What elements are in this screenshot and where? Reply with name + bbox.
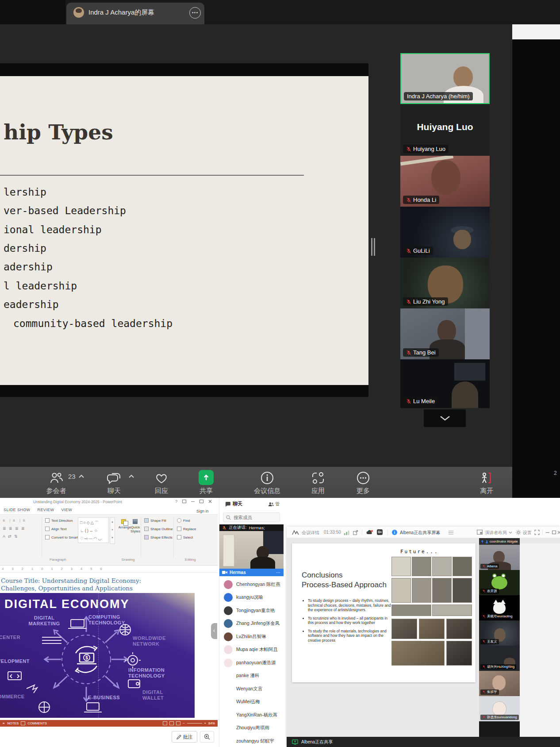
member-row[interactable]: Zhang Jinfeng张金凤 — [219, 618, 284, 629]
video-tile[interactable]: Honda Li — [400, 156, 490, 207]
layout-selector[interactable]: 演讲者布局 — [485, 530, 507, 536]
panel-collapse-handle[interactable]: ‹ — [211, 623, 217, 639]
annotate-button[interactable]: 批注 — [172, 731, 197, 743]
chevron-up-icon[interactable] — [79, 474, 84, 478]
convert-smartart-button[interactable]: Convert to SmartArt — [45, 535, 83, 539]
tab-manage-members[interactable]: 管 — [268, 501, 280, 507]
settings-button[interactable]: 设置 — [523, 530, 532, 536]
member-row[interactable]: YangXinRan-杨欣苒 — [219, 709, 284, 721]
toolbar-meeting-info[interactable]: 会议信息 — [247, 470, 288, 495]
maximize-button[interactable] — [552, 531, 556, 534]
pinned-speaker-bar[interactable]: Hermas ⋯ — [219, 569, 284, 576]
toolbar-chat[interactable]: 聊天 — [95, 470, 133, 495]
help-button[interactable]: ? — [175, 499, 177, 504]
zoom-level[interactable]: 84% — [208, 721, 215, 725]
member-row[interactable]: WuMei伍梅 — [219, 696, 284, 708]
participant-tile[interactable]: 吴晓玲wuxiaoling — [479, 595, 520, 620]
restore-button[interactable] — [199, 500, 203, 503]
member-row[interactable]: Chenhongyan 陈红燕 — [219, 579, 284, 590]
video-tile[interactable]: Lu Meile — [400, 359, 490, 408]
show-more-participants-button[interactable] — [424, 409, 466, 427]
close-button[interactable] — [208, 500, 212, 503]
minimize-button[interactable] — [546, 532, 549, 533]
ellipsis-menu-icon[interactable]: ••• — [189, 7, 201, 19]
notes-button[interactable]: NOTES — [7, 721, 19, 725]
shape-outline-button[interactable]: Shape Outline — [144, 527, 173, 531]
tab-slide-show[interactable]: SLIDE SHOW — [4, 508, 31, 512]
toolbar-reactions[interactable]: 回应 — [144, 470, 179, 495]
view-reading-icon[interactable] — [176, 721, 180, 725]
participant-tile-partial[interactable] — [479, 721, 520, 737]
search-box[interactable] — [223, 512, 280, 522]
zoom-in-button[interactable]: + — [204, 721, 206, 725]
meeting-details-menu[interactable]: 会议详情 — [302, 530, 319, 536]
participant-tile[interactable]: 王友义 — [479, 620, 520, 646]
view-sorter-icon[interactable] — [169, 721, 174, 725]
ribbon-display-button[interactable] — [182, 500, 186, 503]
member-row[interactable]: panhaoyuan潘浩源 — [219, 657, 284, 669]
toolbar-participants[interactable]: 23 参会者 — [27, 470, 85, 495]
chevron-up-icon[interactable] — [129, 474, 134, 478]
external-link-icon[interactable] — [353, 530, 358, 535]
video-tile[interactable]: Tang Bei — [400, 308, 490, 359]
member-row[interactable]: zouhangyu 邹航宇 — [219, 735, 284, 747]
member-row[interactable]: Tongjingyan童京艳 — [219, 605, 284, 616]
participant-tile-cropped[interactable]: coordinator Abigale — [479, 538, 520, 545]
minimize-button[interactable] — [191, 501, 195, 502]
align-text-button[interactable]: Align Text — [45, 527, 67, 531]
list-icon[interactable] — [449, 531, 453, 535]
member-row[interactable]: LvZhilin吕智琳 — [219, 631, 284, 643]
comments-button[interactable]: COMMENTS — [27, 721, 47, 725]
video-tile[interactable]: Huiyang Luo Huiyang Luo — [400, 105, 490, 156]
replace-button[interactable]: Replace — [177, 527, 196, 531]
member-row[interactable]: kuangyu况喻 — [219, 592, 284, 603]
tab-view[interactable]: VIEW — [61, 508, 72, 512]
member-row[interactable]: Zhouqiyu周琪雨 — [219, 722, 284, 734]
scrollbar[interactable] — [371, 238, 372, 256]
more-icon[interactable]: ⋯ — [276, 570, 281, 575]
shape-fill-button[interactable]: Shape Fill — [144, 518, 166, 523]
video-tile[interactable]: GuLiLi — [400, 207, 490, 258]
tab-chat[interactable]: 聊天 — [225, 501, 242, 507]
toolbar-leave[interactable]: 离开 — [469, 470, 504, 495]
search-input[interactable] — [233, 514, 274, 520]
cloud-recording-icon[interactable] — [366, 530, 373, 535]
zoom-out-button[interactable]: − — [183, 721, 184, 725]
fullscreen-icon[interactable] — [534, 530, 540, 535]
member-row[interactable]: 潘科panke 潘科 — [219, 670, 284, 682]
quick-styles-button[interactable]: Quick Styles — [126, 519, 145, 533]
indent-buttons[interactable]: A ⇄ ⇅ — [3, 534, 19, 539]
zoom-slider[interactable] — [187, 723, 202, 724]
shape-gallery[interactable]: □○◇△⌒∟()↔☆♡⇨—◠◡ — [78, 517, 109, 543]
magnifier-zoom-button[interactable] — [200, 731, 214, 743]
toolbar-more[interactable]: 更多 — [346, 470, 380, 495]
member-row[interactable]: Wenyan文言 — [219, 683, 284, 695]
participant-tile[interactable]: 农开源 — [479, 570, 520, 595]
member-row[interactable]: Mupa aqie 木帕阿且 — [219, 644, 284, 655]
sign-in-link[interactable]: Sign in — [196, 509, 209, 513]
mic-muted-icon — [482, 640, 486, 643]
align-buttons[interactable]: ≣ ≣ ≣ ≣ — [3, 526, 26, 531]
select-button[interactable]: Select — [177, 535, 193, 539]
close-button[interactable] — [557, 531, 560, 534]
find-button[interactable]: Find — [177, 518, 190, 523]
participant-tile[interactable]: 胡兴兴HuXingXing — [479, 646, 520, 671]
tab-review[interactable]: REVIEW — [38, 508, 54, 512]
speaker-video[interactable] — [219, 531, 284, 569]
security-key-icon[interactable] — [377, 529, 383, 535]
text-direction-button[interactable]: Text Direction — [45, 518, 73, 523]
video-tile-active-speaker[interactable]: Indra J Acharya (he/him) — [400, 53, 490, 104]
ppt-slide-canvas[interactable]: Course Title: Understanding Digital Econ… — [0, 573, 218, 720]
shared-screen-tab[interactable]: Indra J Acharya的屏幕 ••• — [66, 3, 204, 24]
shape-effects-button[interactable]: Shape Effects — [144, 535, 173, 539]
view-normal-icon[interactable] — [163, 721, 167, 725]
toolbar-apps[interactable]: 应用 — [301, 470, 335, 495]
scrollbar[interactable] — [374, 238, 375, 256]
participant-tile[interactable]: Albena — [479, 545, 520, 570]
shape-gallery-scroll[interactable]: ▲▾▼ — [110, 517, 115, 544]
participant-tile[interactable]: 朱班宇 — [479, 671, 520, 696]
participant-tile[interactable]: 孙选东sunxuandong — [479, 696, 520, 721]
paragraph-buttons[interactable]: ≡ ⋮≡ ⋮≡ — [3, 518, 26, 523]
video-tile[interactable]: Liu Zhi Yong — [400, 258, 490, 308]
toolbar-share[interactable]: 共享 — [190, 470, 222, 495]
